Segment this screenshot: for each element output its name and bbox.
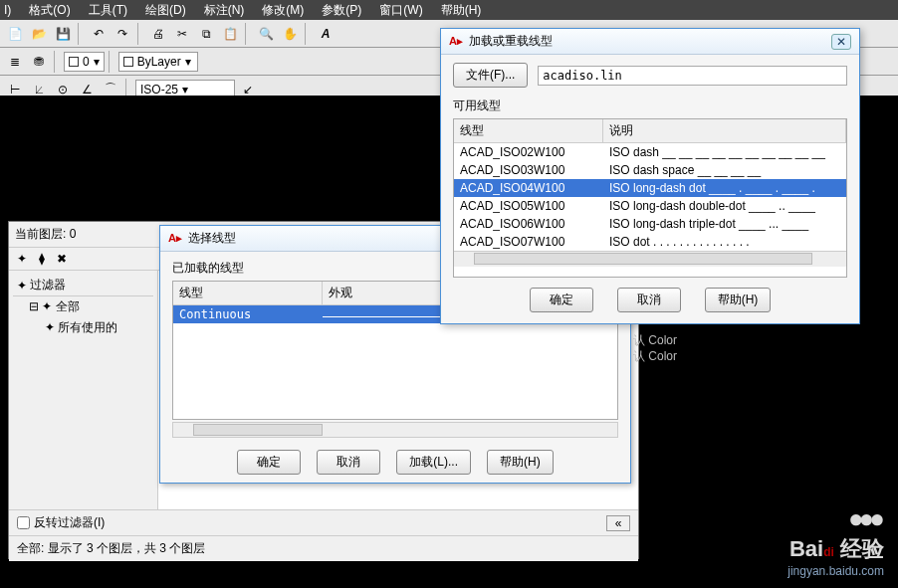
- app-logo-icon: A▸: [449, 35, 463, 48]
- menu-draw[interactable]: 绘图(D): [145, 2, 186, 19]
- available-linetypes-list[interactable]: 线型 说明 ACAD_ISO02W100ISO dash __ __ __ __…: [453, 118, 847, 278]
- open-icon[interactable]: 📂: [28, 23, 50, 45]
- menu-parametric[interactable]: 参数(P): [322, 2, 361, 19]
- menu-tools[interactable]: 工具(T): [89, 2, 127, 19]
- linetype-name: ACAD_ISO02W100: [454, 143, 603, 161]
- dimstyle-value: ISO-25: [140, 83, 178, 97]
- collapse-icon[interactable]: «: [606, 515, 630, 531]
- new-layer-icon[interactable]: ✦: [17, 252, 27, 266]
- ok-button[interactable]: 确定: [530, 288, 593, 312]
- list-row[interactable]: ACAD_ISO03W100ISO dash space __ __ __ __: [454, 161, 846, 179]
- layer-state-icon[interactable]: ⛃: [28, 51, 50, 73]
- chevron-down-icon: ▾: [185, 55, 191, 69]
- layer-combo-value: 0: [83, 55, 90, 69]
- zoom-icon[interactable]: 🔍: [255, 23, 277, 45]
- paw-icon: ●●●: [848, 503, 880, 533]
- tree-item-all[interactable]: ⊟ ✦ 全部: [13, 296, 153, 317]
- layer-combo[interactable]: 0 ▾: [64, 52, 105, 72]
- close-icon[interactable]: ✕: [831, 34, 851, 50]
- linetype-name: ACAD_ISO05W100: [454, 197, 603, 215]
- new-icon[interactable]: 📄: [4, 23, 26, 45]
- chevron-down-icon: ▾: [182, 83, 188, 97]
- load-button[interactable]: 加载(L)...: [396, 450, 471, 475]
- linetype-name: ACAD_ISO07W100: [454, 233, 603, 251]
- layers-icon: ✦: [42, 299, 52, 313]
- pan-icon[interactable]: ✋: [279, 23, 301, 45]
- filename-input[interactable]: [538, 66, 847, 86]
- color-combo[interactable]: ByLayer ▾: [118, 52, 198, 72]
- filter-header-label: 过滤器: [30, 277, 66, 294]
- dialog-titlebar[interactable]: A▸ 加载或重载线型 ✕: [441, 29, 859, 55]
- list-row[interactable]: ACAD_ISO02W100ISO dash __ __ __ __ __ __…: [454, 143, 846, 161]
- menu-format[interactable]: 格式(O): [29, 2, 70, 19]
- linetype-desc: ISO long-dash dot ____ . ____ . ____ .: [603, 179, 846, 197]
- hscroll[interactable]: [454, 251, 846, 267]
- color-swatch: [123, 57, 133, 67]
- menu-help[interactable]: 帮助(H): [441, 2, 482, 19]
- new-group-icon[interactable]: ⧫: [39, 252, 45, 266]
- mtext-icon[interactable]: A: [315, 23, 337, 45]
- linetype-name: ACAD_ISO04W100: [454, 179, 603, 197]
- linetype-name: Continuous: [173, 305, 323, 323]
- filter-icon: ✦: [17, 279, 27, 293]
- print-icon[interactable]: 🖨: [147, 23, 169, 45]
- menu-window[interactable]: 窗口(W): [379, 2, 422, 19]
- list-row[interactable]: ACAD_ISO06W100ISO long-dash triple-dot _…: [454, 215, 846, 233]
- col-linetype[interactable]: 线型: [173, 282, 323, 304]
- linetype-desc: ISO long-dash double-dot ____ .. ____: [603, 197, 846, 215]
- hscroll[interactable]: [172, 422, 618, 438]
- menubar: I) 格式(O) 工具(T) 绘图(D) 标注(N) 修改(M) 参数(P) 窗…: [0, 0, 898, 20]
- undo-icon[interactable]: ↶: [88, 23, 110, 45]
- load-linetype-dialog: A▸ 加载或重载线型 ✕ 文件(F)... 可用线型 线型 说明 ACAD_IS…: [440, 28, 860, 324]
- chevron-down-icon: ▾: [94, 55, 100, 69]
- layer-color-swatch: [69, 57, 79, 67]
- linetype-name: ACAD_ISO03W100: [454, 161, 603, 179]
- filter-tree: ✦ 过滤器 ⊟ ✦ 全部 ✦ 所有使用的: [9, 271, 158, 509]
- save-icon[interactable]: 💾: [52, 23, 74, 45]
- col-desc[interactable]: 说明: [603, 119, 846, 142]
- file-button[interactable]: 文件(F)...: [453, 63, 528, 88]
- menu-modify[interactable]: 修改(M): [262, 2, 304, 19]
- linetype-desc: ISO dash space __ __ __ __: [603, 161, 846, 179]
- linetype-desc: ISO dash __ __ __ __ __ __ __ __ __ __: [603, 143, 846, 161]
- dialog-title: 选择线型: [188, 230, 236, 247]
- cut-icon[interactable]: ✂: [171, 23, 193, 45]
- invert-filter-checkbox[interactable]: [17, 516, 30, 529]
- copy-icon[interactable]: ⧉: [195, 23, 217, 45]
- available-linetypes-label: 可用线型: [453, 98, 847, 114]
- delete-layer-icon[interactable]: ✖: [57, 252, 67, 266]
- redo-icon[interactable]: ↷: [112, 23, 133, 45]
- tree-item-used[interactable]: ✦ 所有使用的: [13, 317, 153, 338]
- menu-dimension[interactable]: 标注(N): [204, 2, 245, 19]
- help-button[interactable]: 帮助(H): [487, 450, 554, 475]
- linetype-desc: ISO long-dash triple-dot ____ ... ____: [603, 215, 846, 233]
- list-row[interactable]: ACAD_ISO05W100ISO long-dash double-dot _…: [454, 197, 846, 215]
- layer-status: 全部: 显示了 3 个图层，共 3 个图层: [9, 535, 638, 561]
- layers-icon: ✦: [45, 320, 55, 334]
- ok-button[interactable]: 确定: [237, 450, 301, 475]
- linetype-name: ACAD_ISO06W100: [454, 215, 603, 233]
- menu-trunc[interactable]: I): [4, 3, 11, 17]
- dialog-title: 加载或重载线型: [469, 33, 553, 50]
- list-row[interactable]: ACAD_ISO04W100ISO long-dash dot ____ . _…: [454, 179, 846, 197]
- list-row[interactable]: ACAD_ISO07W100ISO dot . . . . . . . . . …: [454, 233, 846, 251]
- col-linetype[interactable]: 线型: [454, 119, 603, 142]
- watermark: ●●● Baidi 经验 jingyan.baidu.com: [787, 503, 884, 578]
- color-combo-value: ByLayer: [137, 55, 181, 69]
- invert-filter-label: 反转过滤器(I): [34, 514, 105, 531]
- help-button[interactable]: 帮助(H): [705, 288, 772, 312]
- current-layer-label: 当前图层: 0: [15, 226, 76, 243]
- app-logo-icon: A▸: [168, 232, 182, 245]
- cancel-button[interactable]: 取消: [617, 288, 681, 312]
- cancel-button[interactable]: 取消: [317, 450, 380, 475]
- layer-list-fragment: 认 Color 认 Color: [633, 332, 677, 364]
- paste-icon[interactable]: 📋: [219, 23, 241, 45]
- layer-icon[interactable]: ≣: [4, 51, 26, 73]
- linetype-desc: ISO dot . . . . . . . . . . . . . . .: [603, 233, 846, 251]
